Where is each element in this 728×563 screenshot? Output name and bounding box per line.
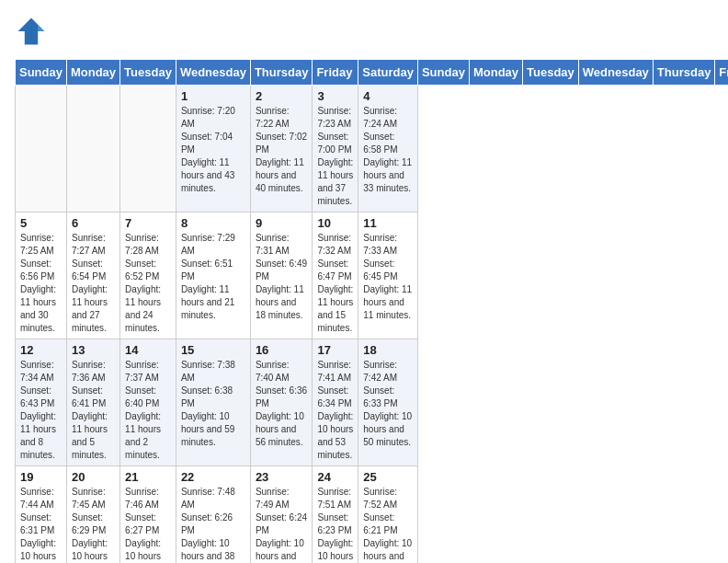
day-number: 11: [363, 216, 413, 230]
calendar-cell: [66, 86, 119, 213]
day-info: Sunrise: 7:41 AM Sunset: 6:34 PM Dayligh…: [317, 359, 353, 462]
logo: [15, 15, 51, 48]
calendar-cell: [120, 86, 176, 213]
day-info: Sunrise: 7:45 AM Sunset: 6:29 PM Dayligh…: [72, 486, 115, 563]
day-info: Sunrise: 7:33 AM Sunset: 6:45 PM Dayligh…: [363, 232, 413, 322]
day-info: Sunrise: 7:52 AM Sunset: 6:21 PM Dayligh…: [363, 486, 413, 563]
col-header-thursday: Thursday: [653, 60, 715, 86]
day-number: 23: [256, 470, 308, 484]
day-info: Sunrise: 7:31 AM Sunset: 6:49 PM Dayligh…: [256, 232, 308, 322]
day-info: Sunrise: 7:24 AM Sunset: 6:58 PM Dayligh…: [363, 105, 413, 195]
day-info: Sunrise: 7:27 AM Sunset: 6:54 PM Dayligh…: [72, 232, 115, 335]
day-info: Sunrise: 7:46 AM Sunset: 6:27 PM Dayligh…: [125, 486, 171, 563]
col-header-friday: Friday: [313, 60, 358, 86]
calendar-cell: 3Sunrise: 7:23 AM Sunset: 7:00 PM Daylig…: [313, 86, 358, 213]
day-number: 5: [20, 216, 62, 230]
day-number: 16: [256, 343, 308, 357]
day-number: 18: [363, 343, 413, 357]
calendar-cell: 25Sunrise: 7:52 AM Sunset: 6:21 PM Dayli…: [358, 466, 418, 564]
calendar-table: SundayMondayTuesdayWednesdayThursdayFrid…: [15, 59, 728, 563]
day-info: Sunrise: 7:28 AM Sunset: 6:52 PM Dayligh…: [125, 232, 171, 335]
calendar-cell: 7Sunrise: 7:28 AM Sunset: 6:52 PM Daylig…: [120, 213, 176, 339]
day-info: Sunrise: 7:25 AM Sunset: 6:56 PM Dayligh…: [20, 232, 62, 335]
col-header-saturday: Saturday: [358, 60, 418, 86]
calendar-cell: 18Sunrise: 7:42 AM Sunset: 6:33 PM Dayli…: [358, 339, 418, 466]
day-number: 24: [317, 470, 353, 484]
calendar-cell: 16Sunrise: 7:40 AM Sunset: 6:36 PM Dayli…: [250, 339, 313, 466]
day-number: 6: [72, 216, 115, 230]
calendar-cell: 12Sunrise: 7:34 AM Sunset: 6:43 PM Dayli…: [16, 339, 67, 466]
calendar-cell: 20Sunrise: 7:45 AM Sunset: 6:29 PM Dayli…: [66, 466, 119, 564]
calendar-cell: 19Sunrise: 7:44 AM Sunset: 6:31 PM Dayli…: [16, 466, 67, 564]
day-number: 12: [20, 343, 62, 357]
day-number: 13: [72, 343, 115, 357]
calendar-week-3: 12Sunrise: 7:34 AM Sunset: 6:43 PM Dayli…: [16, 339, 729, 466]
calendar-cell: 15Sunrise: 7:38 AM Sunset: 6:38 PM Dayli…: [176, 339, 250, 466]
calendar-cell: 21Sunrise: 7:46 AM Sunset: 6:27 PM Dayli…: [120, 466, 176, 564]
calendar-cell: 2Sunrise: 7:22 AM Sunset: 7:02 PM Daylig…: [250, 86, 313, 213]
day-info: Sunrise: 7:32 AM Sunset: 6:47 PM Dayligh…: [317, 232, 353, 335]
day-info: Sunrise: 7:36 AM Sunset: 6:41 PM Dayligh…: [72, 359, 115, 462]
day-number: 17: [317, 343, 353, 357]
day-number: 4: [363, 89, 413, 103]
day-info: Sunrise: 7:44 AM Sunset: 6:31 PM Dayligh…: [20, 486, 62, 563]
day-number: 21: [125, 470, 171, 484]
calendar-cell: 4Sunrise: 7:24 AM Sunset: 6:58 PM Daylig…: [358, 86, 418, 213]
calendar-cell: 23Sunrise: 7:49 AM Sunset: 6:24 PM Dayli…: [250, 466, 313, 564]
calendar-cell: 13Sunrise: 7:36 AM Sunset: 6:41 PM Dayli…: [66, 339, 119, 466]
day-info: Sunrise: 7:40 AM Sunset: 6:36 PM Dayligh…: [256, 359, 308, 449]
calendar-cell: 8Sunrise: 7:29 AM Sunset: 6:51 PM Daylig…: [176, 213, 250, 339]
col-header-wednesday: Wednesday: [176, 60, 250, 86]
day-info: Sunrise: 7:22 AM Sunset: 7:02 PM Dayligh…: [256, 105, 308, 195]
col-header-sunday: Sunday: [417, 60, 469, 86]
day-info: Sunrise: 7:38 AM Sunset: 6:38 PM Dayligh…: [181, 359, 245, 449]
day-info: Sunrise: 7:37 AM Sunset: 6:40 PM Dayligh…: [125, 359, 171, 462]
day-info: Sunrise: 7:23 AM Sunset: 7:00 PM Dayligh…: [317, 105, 353, 208]
day-number: 19: [20, 470, 62, 484]
day-number: 7: [125, 216, 171, 230]
calendar-cell: 24Sunrise: 7:51 AM Sunset: 6:23 PM Dayli…: [313, 466, 358, 564]
day-number: 3: [317, 89, 353, 103]
page-header: [15, 15, 713, 48]
day-number: 15: [181, 343, 245, 357]
calendar-cell: 1Sunrise: 7:20 AM Sunset: 7:04 PM Daylig…: [176, 86, 250, 213]
day-number: 25: [363, 470, 413, 484]
calendar-cell: 22Sunrise: 7:48 AM Sunset: 6:26 PM Dayli…: [176, 466, 250, 564]
day-info: Sunrise: 7:29 AM Sunset: 6:51 PM Dayligh…: [181, 232, 245, 322]
col-header-friday: Friday: [715, 60, 728, 86]
calendar-week-1: 1Sunrise: 7:20 AM Sunset: 7:04 PM Daylig…: [16, 86, 729, 213]
calendar-cell: 17Sunrise: 7:41 AM Sunset: 6:34 PM Dayli…: [313, 339, 358, 466]
day-number: 22: [181, 470, 245, 484]
day-number: 2: [256, 89, 308, 103]
calendar-cell: 14Sunrise: 7:37 AM Sunset: 6:40 PM Dayli…: [120, 339, 176, 466]
day-number: 20: [72, 470, 115, 484]
day-number: 9: [256, 216, 308, 230]
day-number: 8: [181, 216, 245, 230]
logo-icon: [15, 15, 48, 48]
col-header-monday: Monday: [469, 60, 522, 86]
calendar-cell: 10Sunrise: 7:32 AM Sunset: 6:47 PM Dayli…: [313, 213, 358, 339]
day-info: Sunrise: 7:49 AM Sunset: 6:24 PM Dayligh…: [256, 486, 308, 563]
calendar-cell: 9Sunrise: 7:31 AM Sunset: 6:49 PM Daylig…: [250, 213, 313, 339]
col-header-tuesday: Tuesday: [120, 60, 176, 86]
day-number: 14: [125, 343, 171, 357]
day-number: 1: [181, 89, 245, 103]
calendar-week-2: 5Sunrise: 7:25 AM Sunset: 6:56 PM Daylig…: [16, 213, 729, 339]
day-info: Sunrise: 7:42 AM Sunset: 6:33 PM Dayligh…: [363, 359, 413, 449]
calendar-cell: [16, 86, 67, 213]
calendar-header-row: SundayMondayTuesdayWednesdayThursdayFrid…: [16, 60, 729, 86]
calendar-cell: 6Sunrise: 7:27 AM Sunset: 6:54 PM Daylig…: [66, 213, 119, 339]
calendar-cell: 5Sunrise: 7:25 AM Sunset: 6:56 PM Daylig…: [16, 213, 67, 339]
day-info: Sunrise: 7:20 AM Sunset: 7:04 PM Dayligh…: [181, 105, 245, 195]
day-info: Sunrise: 7:48 AM Sunset: 6:26 PM Dayligh…: [181, 486, 245, 563]
col-header-thursday: Thursday: [250, 60, 313, 86]
calendar-week-4: 19Sunrise: 7:44 AM Sunset: 6:31 PM Dayli…: [16, 466, 729, 564]
col-header-sunday: Sunday: [16, 60, 67, 86]
col-header-tuesday: Tuesday: [523, 60, 579, 86]
calendar-cell: 11Sunrise: 7:33 AM Sunset: 6:45 PM Dayli…: [358, 213, 418, 339]
day-number: 10: [317, 216, 353, 230]
col-header-wednesday: Wednesday: [578, 60, 653, 86]
day-info: Sunrise: 7:34 AM Sunset: 6:43 PM Dayligh…: [20, 359, 62, 462]
day-info: Sunrise: 7:51 AM Sunset: 6:23 PM Dayligh…: [317, 486, 353, 563]
col-header-monday: Monday: [66, 60, 119, 86]
